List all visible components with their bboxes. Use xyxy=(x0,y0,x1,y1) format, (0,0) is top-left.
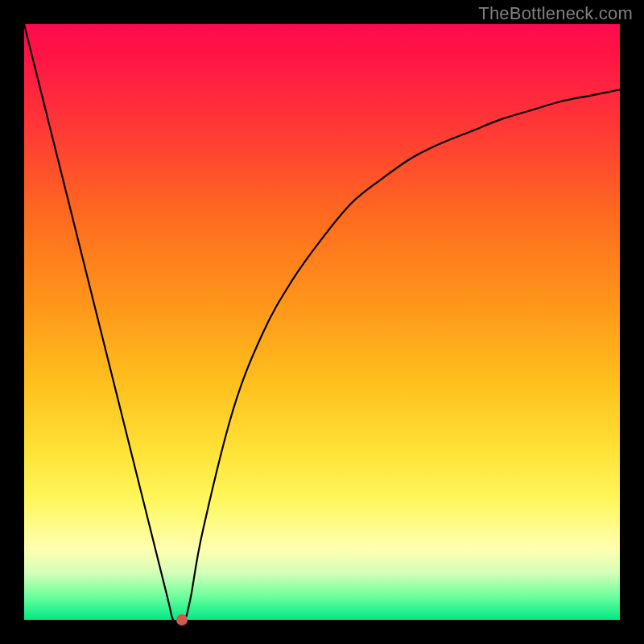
chart-frame: TheBottleneck.com xyxy=(0,0,644,644)
optimum-marker xyxy=(176,614,188,625)
plot-area xyxy=(24,24,620,620)
watermark-text: TheBottleneck.com xyxy=(478,3,633,24)
bottleneck-curve xyxy=(24,24,620,620)
curve-path xyxy=(24,24,620,620)
